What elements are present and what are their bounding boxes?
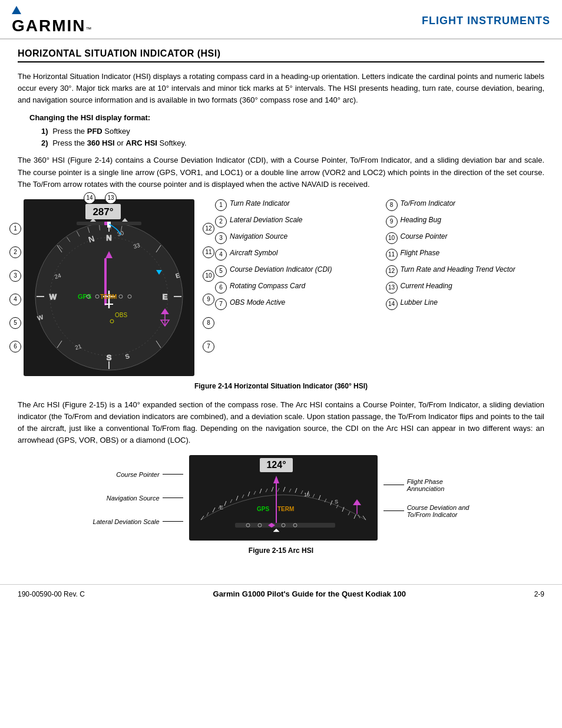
svg-text:124°: 124° xyxy=(266,460,286,470)
svg-text:E: E xyxy=(220,505,223,510)
legend-text-13: Current Heading xyxy=(401,282,452,291)
legend-text-10: Course Pointer xyxy=(401,232,448,242)
callout-10: 10 xyxy=(203,270,214,282)
para2: The 360° HSI (Figure 2-14) contains a Co… xyxy=(18,154,544,190)
footer-left: 190-00590-00 Rev. C xyxy=(18,590,85,598)
svg-text:GPS: GPS xyxy=(78,293,91,300)
callout-13: 13 xyxy=(105,192,117,204)
callout-2: 2 xyxy=(9,246,21,258)
legend-item-8: 8 To/From Indicator xyxy=(386,199,545,211)
arc-line-3 xyxy=(163,521,183,522)
svg-text:S: S xyxy=(335,499,338,505)
section-title: HORIZONTAL SITUATION INDICATOR (HSI) xyxy=(18,48,544,62)
legend-num-1: 1 xyxy=(215,199,227,211)
legend-num-5: 5 xyxy=(215,265,227,277)
svg-text:OBS: OBS xyxy=(115,312,127,318)
subheading: Changing the HSI display format: xyxy=(29,113,544,122)
svg-text:TERM: TERM xyxy=(100,294,117,300)
footer-right: 2-9 xyxy=(534,590,544,598)
figure-2-14-legend: 1 Turn Rate Indicator 2 Lateral Deviatio… xyxy=(215,199,544,315)
arc-line-5 xyxy=(384,510,404,511)
callout-4: 4 xyxy=(9,294,21,305)
legend-text-4: Aircraft Symbol xyxy=(230,249,277,258)
callout-14: 14 xyxy=(84,192,95,204)
callout-8: 8 xyxy=(203,317,214,329)
step-2-num: 2) xyxy=(41,139,48,147)
svg-text:N: N xyxy=(106,233,111,242)
page-footer: 190-00590-00 Rev. C Garmin G1000 Pilot's… xyxy=(0,584,562,603)
legend-item-14: 14 Lubber Line xyxy=(386,298,545,310)
figure-2-15-caption: Figure 2-15 Arc HSI xyxy=(18,546,544,555)
callout-6: 6 xyxy=(9,341,21,353)
legend-col-2: 8 To/From Indicator 9 Heading Bug 10 Cou… xyxy=(386,199,545,315)
callout-7: 7 xyxy=(203,341,214,353)
arc-label-cdi: Course Deviation andTo/From Indicator xyxy=(384,504,470,518)
legend-item-5: 5 Course Deviation Indicator (CDI) xyxy=(215,265,374,277)
svg-text:E: E xyxy=(163,292,168,301)
legend-num-2: 2 xyxy=(215,216,227,228)
legend-item-12: 12 Turn Rate and Heading Trend Vector xyxy=(386,265,545,277)
arc-hsi-svg: 124° xyxy=(189,455,378,541)
footer-center: Garmin G1000 Pilot's Guide for the Quest… xyxy=(213,589,406,598)
legend-text-6: Rotating Compass Card xyxy=(230,282,305,291)
arc-label-flight-phase-text: Flight PhaseAnnunciation xyxy=(407,478,445,492)
step-1: 1) Press the PFD Softkey xyxy=(41,127,544,136)
page-header: GARMIN™ FLIGHT INSTRUMENTS xyxy=(0,0,562,39)
legend-item-3: 3 Navigation Source xyxy=(215,232,374,244)
arc-line-4 xyxy=(384,485,404,485)
legend-item-13: 13 Current Heading xyxy=(386,282,545,294)
legend-text-7: OBS Mode Active xyxy=(230,298,285,308)
step-1-num: 1) xyxy=(41,127,48,136)
legend-text-8: To/From Indicator xyxy=(401,199,456,209)
legend-col-1: 1 Turn Rate Indicator 2 Lateral Deviatio… xyxy=(215,199,374,315)
legend-text-14: Lubber Line xyxy=(401,298,438,308)
arc-label-nav-source: Navigation Source xyxy=(93,495,183,502)
arc-label-cdi-text: Course Deviation andTo/From Indicator xyxy=(407,504,470,518)
arc-labels-left: Course Pointer Navigation Source Lateral… xyxy=(93,471,183,525)
legend-item-9: 9 Heading Bug xyxy=(386,216,545,228)
legend-num-12: 12 xyxy=(386,265,398,277)
step-2: 2) Press the 360 HSI or ARC HSI Softkey. xyxy=(41,139,544,147)
arc-line-2 xyxy=(163,498,183,498)
callout-3: 3 xyxy=(9,270,21,282)
legend-item-6: 6 Rotating Compass Card xyxy=(215,282,374,294)
hsi-svg: 287° N E xyxy=(24,199,194,376)
legend-text-5: Course Deviation Indicator (CDI) xyxy=(230,265,332,275)
garmin-logo: GARMIN™ xyxy=(12,6,92,35)
legend-item-1: 1 Turn Rate Indicator xyxy=(215,199,374,211)
arc-line-1 xyxy=(163,474,183,475)
callout-9: 9 xyxy=(203,294,214,305)
arc-label-lat-dev-text: Lateral Deviation Scale xyxy=(93,518,160,525)
figure-2-15-area: Course Pointer Navigation Source Lateral… xyxy=(18,455,544,541)
step-2-text: Press the 360 HSI or ARC HSI Softkey. xyxy=(52,139,186,147)
svg-text:W: W xyxy=(49,292,57,301)
svg-text:S: S xyxy=(107,353,112,362)
legend-num-4: 4 xyxy=(215,249,227,261)
garmin-logo-text: GARMIN xyxy=(12,17,86,35)
hsi-diagram-container: 14 13 1 2 3 4 5 6 12 11 10 9 8 7 287° xyxy=(18,199,206,376)
callout-5: 5 xyxy=(9,317,21,329)
legend-num-7: 7 xyxy=(215,298,227,310)
legend-text-2: Lateral Deviation Scale xyxy=(230,216,302,225)
legend-item-2: 2 Lateral Deviation Scale xyxy=(215,216,374,228)
legend-num-14: 14 xyxy=(386,298,398,310)
figure-2-14-caption: Figure 2-14 Horizontal Situation Indicat… xyxy=(18,382,544,390)
garmin-triangle-icon xyxy=(12,6,21,14)
steps-list: 1) Press the PFD Softkey 2) Press the 36… xyxy=(41,127,544,147)
callout-1: 1 xyxy=(9,223,21,235)
legend-text-9: Heading Bug xyxy=(401,216,441,225)
legend-num-6: 6 xyxy=(215,282,227,294)
legend-num-13: 13 xyxy=(386,282,398,294)
legend-item-11: 11 Flight Phase xyxy=(386,249,545,261)
legend-num-9: 9 xyxy=(386,216,398,228)
arc-label-flight-phase: Flight PhaseAnnunciation xyxy=(384,478,470,492)
legend-num-11: 11 xyxy=(386,249,398,261)
legend-item-7: 7 OBS Mode Active xyxy=(215,298,374,310)
legend-text-3: Navigation Source xyxy=(230,232,287,242)
svg-text:GPS: GPS xyxy=(257,506,269,512)
legend-num-10: 10 xyxy=(386,232,398,244)
trademark: ™ xyxy=(86,26,92,32)
legend-item-10: 10 Course Pointer xyxy=(386,232,545,244)
arc-labels-right: Flight PhaseAnnunciation Course Deviatio… xyxy=(384,478,470,518)
arc-label-nav-source-text: Navigation Source xyxy=(107,495,160,502)
